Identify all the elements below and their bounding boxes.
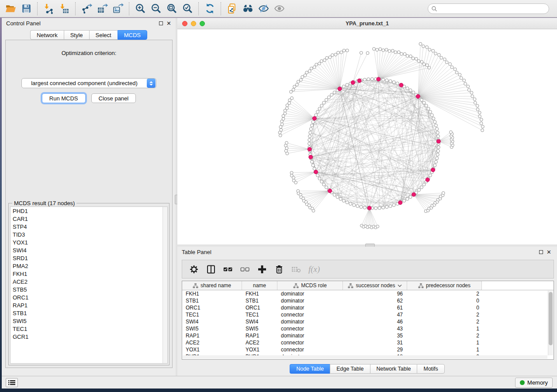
table-row[interactable]: SWI5 SWI5 connector 43 1	[182, 325, 554, 332]
zoom-selected-button[interactable]	[180, 1, 195, 16]
column-header-predecessor-nodes[interactable]: predecessor nodes	[407, 281, 482, 290]
delete-column-button[interactable]	[274, 265, 284, 274]
run-mcds-button[interactable]: Run MCDS	[42, 93, 86, 103]
fx-icon: f(x)	[308, 265, 320, 274]
close-panel-icon[interactable]: ✕	[166, 21, 171, 25]
hide-selected-button[interactable]	[256, 1, 271, 16]
mcds-result-item[interactable]: PHD1	[10, 207, 167, 215]
mcds-result-item[interactable]: STB1	[10, 309, 167, 317]
maximize-traffic-light[interactable]	[200, 21, 205, 26]
mcds-result-item[interactable]: CAR1	[10, 215, 167, 223]
import-table-button[interactable]	[56, 1, 72, 16]
tab-mcds[interactable]: MCDS	[118, 30, 147, 40]
network-canvas[interactable]	[177, 29, 557, 244]
table-header-row: shared name name MCDS role successor nod…	[182, 281, 554, 290]
tab-style[interactable]: Style	[64, 30, 89, 40]
table-horizontal-scrollbar[interactable]	[183, 355, 547, 359]
mcds-result-item[interactable]: SRD1	[10, 254, 167, 262]
table-row[interactable]: SWI4 SWI4 dominator 46 2	[182, 318, 554, 325]
tab-edge-table[interactable]: Edge Table	[330, 364, 370, 374]
find-button[interactable]	[240, 1, 256, 16]
mcds-result-item[interactable]: STP4	[10, 223, 167, 230]
mcds-result-item[interactable]: ACE2	[10, 278, 167, 285]
cell-mcds-role: dominator	[277, 290, 343, 297]
cell-predecessor-nodes: 1	[407, 346, 482, 353]
mcds-result-item[interactable]: SWI5	[10, 317, 167, 325]
column-header-name[interactable]: name	[242, 281, 277, 290]
column-header-successor-nodes[interactable]: successor nodes	[343, 281, 407, 290]
cell-successor-nodes: 31	[343, 339, 407, 346]
column-header-shared-name[interactable]: shared name	[182, 281, 242, 290]
scrollbar-thumb[interactable]	[549, 292, 553, 345]
table-vertical-scrollbar[interactable]	[548, 291, 553, 355]
mcds-result-item[interactable]: YOX1	[10, 238, 167, 246]
select-all-button[interactable]	[223, 265, 233, 274]
mcds-result-item[interactable]: PMA2	[10, 262, 167, 270]
cell-predecessor-nodes: 2	[407, 290, 482, 297]
tab-node-table[interactable]: Node Table	[290, 364, 330, 374]
mcds-result-item[interactable]: FKH1	[10, 270, 167, 278]
search-field[interactable]	[428, 3, 549, 14]
add-column-button[interactable]	[257, 265, 267, 274]
cell-predecessor-nodes: 2	[407, 311, 482, 318]
clone-network-button[interactable]	[224, 1, 240, 16]
tab-network[interactable]: Network	[30, 30, 64, 40]
tab-network-table[interactable]: Network Table	[370, 364, 417, 374]
tab-select[interactable]: Select	[89, 30, 118, 40]
open-file-button[interactable]	[3, 1, 18, 16]
export-network-button[interactable]	[79, 1, 94, 16]
network-window-title: YPA_prune.txt_1	[177, 21, 557, 27]
close-panel-button[interactable]: Close panel	[91, 93, 136, 103]
network-window-titlebar[interactable]: YPA_prune.txt_1	[177, 18, 557, 29]
criterion-select[interactable]: largest connected component (undirected)	[21, 78, 156, 88]
import-network-button[interactable]	[41, 1, 56, 16]
tab-motifs[interactable]: Motifs	[417, 364, 444, 374]
network-graph	[177, 29, 557, 244]
table-row[interactable]: TEC1 TEC1 connector 47 2	[182, 311, 554, 318]
minimize-traffic-light[interactable]	[191, 21, 196, 26]
close-panel-icon[interactable]: ✕	[547, 250, 551, 254]
table-row[interactable]: ORC1 ORC1 dominator 61 0	[182, 304, 554, 311]
mcds-result-list[interactable]: PHD1CAR1STP4TID3YOX1SWI4SRD1PMA2FKH1ACE2…	[10, 206, 168, 364]
zoom-fit-button[interactable]	[164, 1, 180, 16]
float-panel-icon[interactable]	[539, 250, 543, 254]
equation-builder-button[interactable]: f(x)	[308, 265, 320, 274]
result-scrollbar[interactable]	[163, 207, 167, 363]
mcds-result-item[interactable]: RAP1	[10, 301, 167, 309]
show-panels-button[interactable]	[6, 378, 18, 387]
split-columns-button[interactable]	[206, 265, 216, 274]
cell-successor-nodes: 61	[343, 304, 407, 311]
close-traffic-light[interactable]	[182, 21, 187, 26]
mcds-result-item[interactable]: GCR1	[10, 333, 167, 340]
float-panel-icon[interactable]	[159, 21, 163, 25]
memory-button[interactable]: Memory	[515, 378, 553, 388]
table-row[interactable]: ACE2 ACE2 connector 31 1	[182, 339, 554, 346]
table-row[interactable]: FKH1 FKH1 dominator 96 2	[182, 290, 554, 297]
zoom-out-button[interactable]	[148, 1, 164, 16]
column-type-icon	[293, 283, 299, 289]
column-header-mcds-role[interactable]: MCDS role	[277, 281, 343, 290]
table-row[interactable]: STB1 STB1 dominator 62 0	[182, 297, 554, 304]
mcds-result-item[interactable]: ORC1	[10, 293, 167, 301]
export-table-button[interactable]	[94, 1, 110, 16]
delete-table-button[interactable]	[291, 265, 301, 274]
zoom-in-button[interactable]	[132, 1, 148, 16]
table-row[interactable]: RAP1 RAP1 dominator 35 2	[182, 332, 554, 339]
mcds-result-item[interactable]: TEC1	[10, 325, 167, 333]
memory-status-icon	[520, 380, 525, 385]
table-row[interactable]: YOX1 YOX1 connector 29 1	[182, 346, 554, 353]
settings-gear-button[interactable]	[189, 265, 199, 274]
search-input[interactable]	[437, 4, 549, 13]
show-all-button[interactable]	[271, 1, 287, 16]
mcds-result-item[interactable]: STB5	[10, 285, 167, 293]
save-session-button[interactable]	[18, 1, 34, 16]
deselect-all-button[interactable]	[240, 265, 250, 274]
column-label: predecessor nodes	[426, 282, 471, 289]
refresh-view-button[interactable]	[202, 1, 218, 16]
mcds-result-item[interactable]: TID3	[10, 230, 167, 238]
cell-mcds-role: dominator	[277, 318, 343, 325]
cell-successor-nodes: 46	[343, 318, 407, 325]
mcds-result-item[interactable]: SWI4	[10, 246, 167, 254]
cell-successor-nodes: 43	[343, 325, 407, 332]
export-image-button[interactable]	[110, 1, 126, 16]
